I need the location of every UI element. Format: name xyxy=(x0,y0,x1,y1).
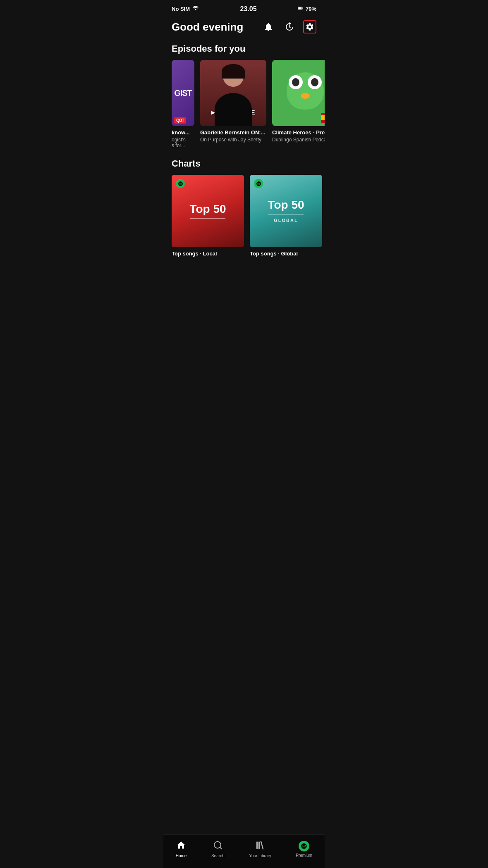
episode-name: know... xyxy=(172,129,194,136)
on-purpose-thumb: ▶ ON PURPOSE with Jay Shetty xyxy=(200,60,266,126)
spotify-logo-small xyxy=(254,179,263,188)
charts-section: Charts Top 50 xyxy=(163,155,325,265)
header-icons xyxy=(262,20,316,33)
chart-top50-local-label: Top 50 xyxy=(189,203,226,215)
settings-button[interactable] xyxy=(303,20,316,33)
episode-name: Climate Heroes - Preser... xyxy=(272,129,325,136)
episode-name: Gabrielle Bernstein ON:... xyxy=(200,129,266,136)
chart-global-text: GLOBAL xyxy=(274,218,298,223)
list-item[interactable]: Climate Heroes - Preser... Duolingo Span… xyxy=(272,60,325,148)
settings-highlight xyxy=(303,20,316,33)
list-item[interactable]: Top 50 Top songs · Local xyxy=(172,175,244,258)
chart-top50-global-label: Top 50 xyxy=(268,199,304,211)
status-right: 79% xyxy=(298,5,316,12)
episode-thumbnail xyxy=(272,60,325,126)
status-time: 23.05 xyxy=(240,5,256,13)
top50-global-thumb: Top 50 GLOBAL xyxy=(250,175,322,247)
charts-title: Charts xyxy=(163,155,325,175)
status-carrier: No SIM xyxy=(172,5,199,13)
episodes-scroll: GIST QOT know... ogist'ss for... xyxy=(163,60,325,155)
chart-thumbnail: Top 50 xyxy=(172,175,244,247)
status-bar: No SIM 23.05 79% xyxy=(163,0,325,16)
episodes-title: Episodes for you xyxy=(163,40,325,60)
spotify-logo-small xyxy=(176,179,185,188)
recently-played-button[interactable] xyxy=(282,20,296,33)
wifi-icon xyxy=(192,5,199,13)
episode-info: know... ogist'ss for... xyxy=(172,129,194,148)
episode-thumbnail: ▶ ON PURPOSE with Jay Shetty xyxy=(200,60,266,126)
carrier-text: No SIM xyxy=(172,6,190,12)
episode-show: ogist'ss for... xyxy=(172,137,194,148)
chart-name: Top songs · Local xyxy=(172,250,244,257)
list-item[interactable]: ▶ ON PURPOSE with Jay Shetty Gabrielle B… xyxy=(200,60,266,148)
notifications-button[interactable] xyxy=(262,20,275,33)
episode-show: On Purpose with Jay Shetty xyxy=(200,137,266,143)
greeting-text: Good evening xyxy=(172,21,243,33)
battery-icon xyxy=(298,5,304,12)
chart-thumbnail: Top 50 GLOBAL xyxy=(250,175,322,247)
neurologist-thumb: GIST QOT xyxy=(172,60,194,126)
list-item[interactable]: GIST QOT know... ogist'ss for... xyxy=(172,60,194,148)
episode-thumbnail: GIST QOT xyxy=(172,60,194,126)
chart-name: Top songs · Global xyxy=(250,250,322,257)
top50-local-thumb: Top 50 xyxy=(172,175,244,247)
neurologist-badge: QOT xyxy=(174,117,186,124)
episodes-section: Episodes for you GIST QOT know... ogist'… xyxy=(163,40,325,155)
duolingo-thumb xyxy=(272,60,325,126)
battery-text: 79% xyxy=(306,6,316,12)
svg-rect-3 xyxy=(298,7,301,10)
chart-divider xyxy=(268,214,304,215)
list-item[interactable]: Top 50 GLOBAL Top songs · Global xyxy=(250,175,322,258)
episode-show: Duolingo Spanish Podcast xyxy=(272,137,325,143)
charts-scroll: Top 50 Top songs · Local xyxy=(163,175,325,265)
chart-divider xyxy=(190,218,226,219)
header: Good evening xyxy=(163,16,325,40)
